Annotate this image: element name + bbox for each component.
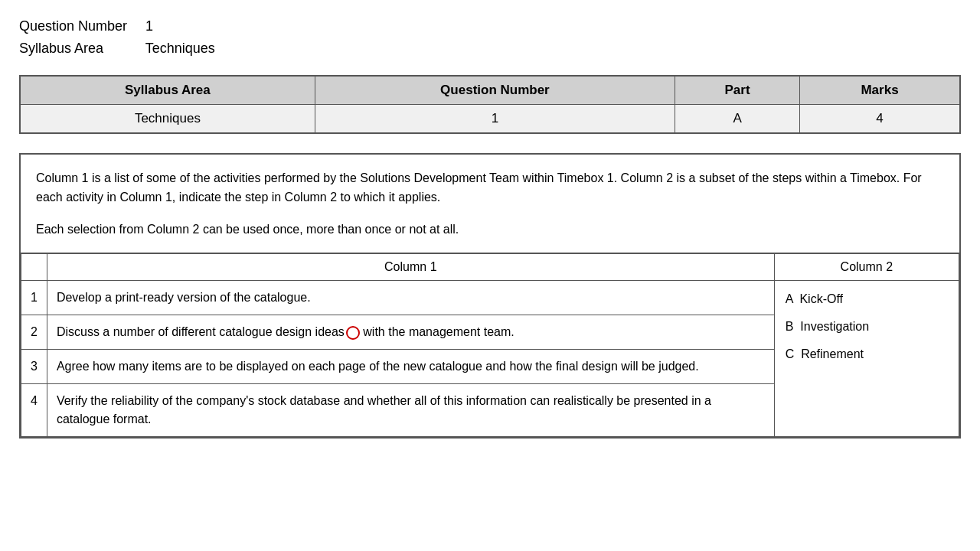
question-number-label: Question Number [19,15,142,37]
col2-option: A Kick-Off [786,290,948,308]
summary-col-part: Part [675,76,800,105]
question-box: Column 1 is a list of some of the activi… [19,153,961,439]
row-number: 2 [21,315,47,350]
summary-col-question: Question Number [315,76,675,105]
summary-row-marks: 4 [800,104,960,133]
col2-options-cell: A Kick-OffB InvestigationC Refinement [774,281,959,437]
syllabus-area-value: Techniques [145,41,215,56]
matching-table: Column 1 Column 2 1Develop a print-ready… [21,253,959,437]
row-num-header [21,254,47,281]
summary-row-question: 1 [315,104,675,133]
col2-header: Column 2 [774,254,959,281]
summary-row-syllabus: Techniques [20,104,315,133]
question-number-value: 1 [145,18,153,34]
col1-cell: Agree how many items are to be displayed… [47,350,774,384]
summary-col-marks: Marks [800,76,960,105]
question-text: Column 1 is a list of some of the activi… [21,155,959,254]
question-paragraph-1: Column 1 is a list of some of the activi… [36,168,944,207]
circle-annotation [346,326,360,340]
question-paragraph-2: Each selection from Column 2 can be used… [36,220,944,240]
summary-table: Syllabus Area Question Number Part Marks… [19,75,961,134]
row-number: 4 [21,384,47,437]
question-number-line: Question Number 1 [19,15,961,37]
header-section: Question Number 1 Syllabus Area Techniqu… [19,15,961,60]
summary-row-part: A [675,104,800,133]
col1-cell: Discuss a number of different catalogue … [47,315,774,350]
row-number: 3 [21,350,47,384]
table-row: 1Develop a print-ready version of the ca… [21,281,959,315]
summary-col-syllabus: Syllabus Area [20,76,315,105]
row-number: 1 [21,281,47,315]
col1-cell: Verify the reliability of the company's … [47,384,774,437]
col1-header: Column 1 [47,254,774,281]
col2-option: B Investigation [786,318,948,336]
col1-cell: Develop a print-ready version of the cat… [47,281,774,315]
syllabus-area-label: Syllabus Area [19,37,142,60]
col2-option: C Refinement [786,345,948,364]
syllabus-area-line: Syllabus Area Techniques [19,37,961,60]
